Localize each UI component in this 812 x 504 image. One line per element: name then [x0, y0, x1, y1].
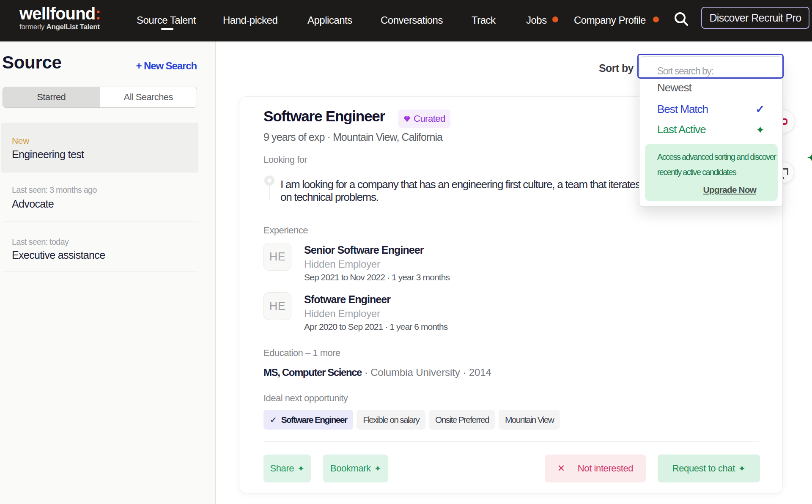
looking-for-label: Looking for: [263, 154, 307, 165]
gem-icon: [403, 116, 411, 122]
chip-onsite-preferred[interactable]: Onsite Preferred: [429, 410, 495, 430]
experience-company: Hidden Employer: [304, 308, 380, 320]
request-to-chat-button[interactable]: Request to chat ✦: [658, 455, 760, 482]
wellfound-logo[interactable]: wellfound: formerly AngelList Talent: [19, 5, 101, 31]
chip-label: Onsite Preferred: [435, 415, 489, 425]
curated-badge: Curated: [398, 110, 450, 128]
request-to-chat-button-label: Request to chat: [672, 463, 735, 474]
share-button-label: Share: [270, 463, 294, 474]
sort-option-newest[interactable]: Newest: [657, 81, 691, 94]
nav-item-applicants[interactable]: Applicants: [307, 14, 352, 26]
logo-tagline: formerly AngelList Talent: [19, 23, 101, 31]
education-school: Columbia University: [370, 367, 460, 378]
saved-search-name: Executive assistance: [12, 249, 105, 261]
chip-mountain-view[interactable]: Mountain View: [499, 410, 560, 430]
tagline-bold: AngelList Talent: [46, 23, 99, 31]
upgrade-upsell-box: Access advanced sorting and discoverrece…: [645, 144, 778, 201]
sparkle-icon: ✦: [374, 463, 381, 474]
nav-item-hand-picked[interactable]: Hand-picked: [223, 14, 277, 26]
not-interested-button-label: Not interested: [578, 463, 633, 474]
tagline-prefix: formerly: [19, 23, 46, 31]
text-spacer: [466, 367, 469, 378]
nav-item-conversations[interactable]: Conversations: [381, 14, 443, 26]
sort-option-best-match[interactable]: Best Match: [657, 103, 708, 116]
nav-item-track[interactable]: Track: [472, 14, 496, 26]
jobs-notification-dot: [552, 16, 558, 22]
sparkle-icon: ✦: [738, 463, 745, 474]
close-icon: ✕: [557, 463, 565, 474]
chip-label: Software Engineer: [281, 415, 347, 425]
candidate-name[interactable]: Software Engineer: [263, 108, 385, 125]
saved-search-name: Advocate: [12, 198, 54, 210]
chip-software-engineer[interactable]: ✓ Software Engineer: [263, 410, 353, 430]
saved-search-engineering-test[interactable]: New Engineering test: [1, 123, 198, 173]
logo-brand-text: wellfound: [19, 4, 95, 23]
source-sidebar: Source + New Search Starred All Searches…: [0, 41, 216, 504]
pin-circle: [264, 175, 274, 186]
not-interested-button[interactable]: ✕ Not interested: [545, 455, 646, 482]
sidebar-divider: [3, 222, 198, 222]
employer-logo: HE: [263, 243, 291, 271]
chip-label: Mountain View: [505, 415, 554, 425]
saved-search-advocate[interactable]: Last seen: 3 months ago Advocate: [1, 181, 198, 226]
experience-dates: Apr 2020 to Sep 2021 · 1 year 6 months: [304, 322, 447, 332]
search-icon[interactable]: [673, 11, 690, 27]
tab-starred[interactable]: Starred: [3, 87, 100, 107]
last-seen-meta: Last seen: today: [12, 237, 69, 247]
education-separator: ·: [463, 367, 466, 378]
sort-dropdown-menu: Sort search by: Newest Best Match ✓ Last…: [639, 56, 783, 207]
nav-active-underline: [161, 28, 173, 30]
last-seen-meta: Last seen: 3 months ago: [12, 185, 97, 195]
experience-label: Experience: [263, 225, 308, 236]
nav-item-company-profile[interactable]: Company Profile: [574, 14, 646, 26]
new-badge: New: [12, 136, 29, 146]
new-search-button[interactable]: + New Search: [136, 60, 197, 72]
education-entry: MS, Computer Science · Columbia Universi…: [263, 367, 491, 378]
discover-recruit-pro-button[interactable]: Discover Recruit Pro: [701, 7, 809, 29]
sparkle-icon: ✦: [807, 150, 812, 166]
check-icon: ✓: [755, 103, 765, 116]
upsell-line-2: recently active candidates: [657, 167, 736, 177]
quote-line-1: I am looking for a company that has an e…: [280, 178, 640, 191]
experience-title[interactable]: Sfotware Engineer: [304, 293, 390, 306]
education-separator: ·: [365, 367, 368, 378]
sidebar-divider: [3, 271, 198, 271]
check-icon: ✓: [270, 415, 277, 425]
quote-pin-icon: [264, 175, 274, 200]
education-year: 2014: [469, 367, 491, 378]
nav-item-source-talent[interactable]: Source Talent: [137, 14, 196, 26]
quote-line-2: on technical problems.: [280, 191, 379, 203]
experience-dates: Sep 2021 to Nov 2022 · 1 year 3 months: [304, 272, 450, 282]
nav-item-jobs[interactable]: Jobs: [526, 14, 547, 26]
sort-by-label: Sort by: [599, 62, 634, 74]
candidate-meta: 9 years of exp · Mountain View, Californ…: [263, 131, 442, 143]
company-profile-notification-dot: [653, 16, 659, 22]
share-button[interactable]: Share ✦: [263, 455, 311, 482]
chip-flexible-on-salary[interactable]: Flexible on salary: [357, 410, 425, 430]
saved-search-executive-assistance[interactable]: Last seen: today Executive assistance: [1, 232, 198, 277]
sort-option-last-active[interactable]: Last Active: [657, 123, 706, 136]
upgrade-now-link[interactable]: Upgrade Now: [703, 185, 756, 195]
logo-colon: :: [95, 4, 101, 23]
curated-badge-label: Curated: [414, 113, 445, 124]
ideal-chips-row: ✓ Software Engineer Flexible on salary O…: [263, 410, 560, 430]
education-degree: MS, Computer Science: [263, 367, 362, 378]
tab-all-searches[interactable]: All Searches: [100, 87, 197, 107]
bookmark-button-label: Bookmark: [330, 463, 371, 474]
experience-company: Hidden Employer: [304, 258, 380, 270]
pin-stem: [269, 186, 270, 200]
sort-dropdown-header: Sort search by:: [657, 66, 713, 77]
top-navigation-bar: wellfound: formerly AngelList Talent Sou…: [0, 0, 812, 41]
ideal-next-opportunity-label: Ideal next opportunity: [263, 393, 348, 404]
sparkle-icon: ✦: [297, 463, 304, 474]
chip-label: Flexible on salary: [363, 415, 419, 425]
searches-tabs: Starred All Searches: [3, 87, 197, 108]
saved-search-name: Engineering test: [12, 148, 84, 161]
bookmark-button[interactable]: Bookmark ✦: [323, 455, 388, 482]
sidebar-title: Source: [2, 52, 62, 73]
upsell-line-1: Access advanced sorting and discover: [657, 152, 776, 162]
sparkle-icon: ✦: [756, 124, 765, 136]
experience-title[interactable]: Senior Software Engineer: [304, 244, 424, 256]
logo-wordmark: wellfound:: [19, 5, 101, 22]
employer-logo: HE: [263, 292, 291, 320]
